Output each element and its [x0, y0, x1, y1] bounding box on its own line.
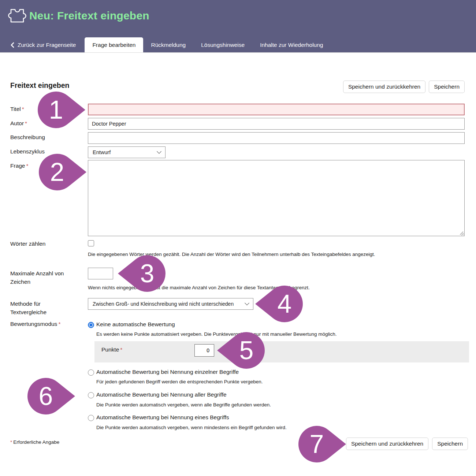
- chevron-left-icon: [10, 42, 14, 48]
- autor-input[interactable]: [88, 118, 465, 130]
- annotation-marker-7: 7: [298, 426, 346, 462]
- chevron-down-icon: [245, 301, 249, 305]
- woerter-zaehlen-checkbox[interactable]: [88, 240, 94, 246]
- back-link-label: Zurück zur Fragenseite: [18, 42, 76, 48]
- beschreibung-label: Beschreibung: [10, 134, 45, 141]
- frage-label: Frage*: [10, 163, 29, 169]
- save-button-top[interactable]: Speichern: [429, 81, 465, 93]
- autor-label: Autor*: [10, 120, 27, 127]
- punkte-label: Punkte*: [101, 346, 122, 353]
- radio-help: Für jeden gefundenen Begriff werden die …: [96, 379, 263, 384]
- required-field-note: *Erforderliche Angabe: [10, 439, 59, 445]
- back-to-question-page-link[interactable]: Zurück zur Fragenseite: [10, 37, 76, 52]
- radio-bewertung-einzelner-begriffe[interactable]: [88, 369, 94, 376]
- lebenszyklus-selected-value: Entwurf: [93, 149, 111, 155]
- radio-help: Die Punkte werden automatisch vergeben, …: [96, 425, 287, 430]
- tab-rueckmeldung[interactable]: Rückmeldung: [143, 37, 193, 52]
- methode-label: Methode für Textvergleiche: [10, 300, 78, 317]
- save-and-return-button-top[interactable]: Speichern und zurückkehren: [343, 81, 425, 93]
- punkte-section: [94, 341, 469, 362]
- radio-help: Die Punkte werden automatisch vergeben, …: [96, 402, 271, 408]
- required-star: *: [58, 321, 60, 327]
- frage-textarea[interactable]: [88, 160, 465, 236]
- tab-loesungshinweise[interactable]: Lösungshinweise: [193, 37, 252, 52]
- radio-help: Es werden keine Punkte automatisiert ver…: [96, 331, 337, 337]
- required-star: *: [26, 163, 29, 169]
- tab-frage-bearbeiten[interactable]: Frage bearbeiten: [85, 37, 143, 52]
- woerter-zaehlen-label: Wörter zählen: [10, 241, 45, 247]
- radio-bewertung-aller-begriffe[interactable]: [88, 392, 94, 398]
- top-action-buttons: Speichern und zurückkehren Speichern: [343, 81, 465, 93]
- max-zeichen-label: Maximale Anzahl von Zeichen: [10, 269, 78, 286]
- required-star: *: [120, 346, 122, 353]
- max-zeichen-help: Wenn nichts eingegeben wird, ist die max…: [88, 285, 310, 290]
- annotation-marker-4: 4: [255, 286, 303, 322]
- annotation-marker-2: 2: [39, 154, 86, 190]
- radio-label: Automatische Bewertung bei Nennung eines…: [96, 414, 229, 421]
- annotation-marker-6: 6: [27, 378, 75, 414]
- form-title: Freitext eingeben: [10, 81, 69, 90]
- save-button-bottom[interactable]: Speichern: [432, 438, 468, 450]
- puzzle-icon: [7, 6, 26, 25]
- radio-label: Keine automatische Bewertung: [96, 321, 175, 328]
- app-header: Neu: Freitext eingeben Zurück zur Fragen…: [0, 0, 476, 52]
- woerter-zaehlen-help: Die eingegebenen Wörter werden gezählt. …: [88, 252, 375, 257]
- lebenszyklus-label: Lebenszyklus: [10, 148, 45, 155]
- titel-label: Titel*: [10, 106, 24, 112]
- beschreibung-input[interactable]: [88, 132, 465, 144]
- lebenszyklus-select[interactable]: Entwurf: [88, 146, 166, 158]
- methode-textvergleiche-select[interactable]: Zwischen Groß- und Kleinschreibung wird …: [88, 298, 253, 310]
- radio-keine-automatische-bewertung[interactable]: [88, 322, 94, 328]
- max-zeichen-input[interactable]: [88, 268, 113, 279]
- required-star: *: [22, 106, 24, 112]
- punkte-input[interactable]: [194, 344, 214, 357]
- tab-bar: Zurück zur Fragenseite Frage bearbeiten …: [0, 37, 476, 52]
- bewertungsmodus-label: Bewertungsmodus*: [10, 321, 60, 327]
- chevron-down-icon: [157, 149, 161, 154]
- required-star: *: [25, 120, 27, 126]
- radio-label: Automatische Bewertung bei Nennung einze…: [96, 369, 239, 375]
- page-header-title: Neu: Freitext eingeben: [29, 10, 149, 22]
- save-and-return-button-bottom[interactable]: Speichern und zurückkehren: [346, 438, 428, 450]
- methode-selected-value: Zwischen Groß- und Kleinschreibung wird …: [93, 301, 234, 307]
- required-star: *: [10, 439, 12, 445]
- bottom-action-buttons: Speichern und zurückkehren Speichern: [346, 438, 468, 450]
- radio-bewertung-eines-begriffs[interactable]: [88, 415, 94, 421]
- radio-label: Automatische Bewertung bei Nennung aller…: [96, 391, 227, 398]
- tab-inhalte-zur-wiederholung[interactable]: Inhalte zur Wiederholung: [252, 37, 331, 52]
- titel-input[interactable]: [88, 104, 465, 115]
- annotation-marker-1: 1: [38, 92, 85, 128]
